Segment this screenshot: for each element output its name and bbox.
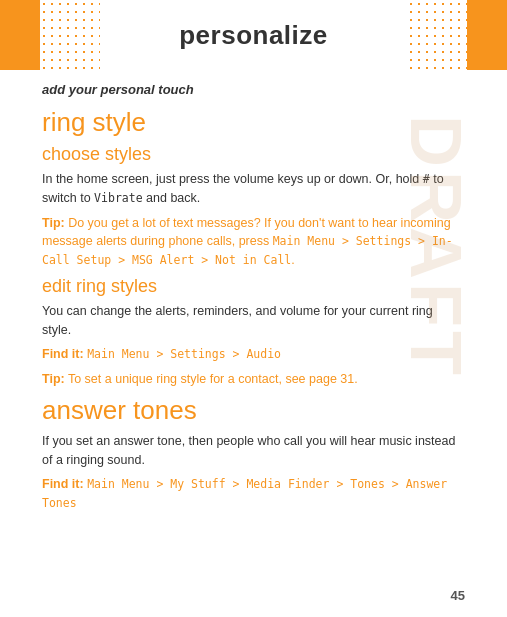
find-label-1: Find it: <box>42 347 84 361</box>
edit-ring-styles-heading: edit ring styles <box>42 276 465 297</box>
page: personalize DRAFT add your personal touc… <box>0 0 507 617</box>
answer-tones-body: If you set an answer tone, then people w… <box>42 432 465 470</box>
answer-tones-section: answer tones If you set an answer tone, … <box>42 395 465 513</box>
content-area: add your personal touch ring style choos… <box>0 70 507 531</box>
tip-label-2: Tip: <box>42 372 65 386</box>
page-subtitle: add your personal touch <box>42 82 465 97</box>
choose-styles-body: In the home screen, just press the volum… <box>42 170 465 208</box>
choose-styles-tip: Tip: Do you get a lot of text messages? … <box>42 214 465 270</box>
page-title: personalize <box>179 20 328 51</box>
answer-tones-heading: answer tones <box>42 395 465 426</box>
orange-block-left <box>0 0 40 70</box>
choose-styles-subsection: choose styles In the home screen, just p… <box>42 144 465 270</box>
vibrate-label: Vibrate <box>94 191 142 205</box>
find-label-2: Find it: <box>42 477 84 491</box>
hash-icon-inline: # <box>423 172 430 186</box>
ring-style-section: ring style choose styles In the home scr… <box>42 107 465 389</box>
tip-label-1: Tip: <box>42 216 65 230</box>
edit-ring-styles-tip: Tip: To set a unique ring style for a co… <box>42 370 465 389</box>
header: personalize <box>0 0 507 70</box>
edit-ring-styles-subsection: edit ring styles You can change the aler… <box>42 276 465 389</box>
edit-ring-styles-find: Find it: Main Menu > Settings > Audio <box>42 345 465 364</box>
orange-block-right <box>467 0 507 70</box>
ring-style-heading: ring style <box>42 107 465 138</box>
find-path-1: Main Menu > Settings > Audio <box>87 347 281 361</box>
page-number: 45 <box>451 588 465 603</box>
choose-styles-heading: choose styles <box>42 144 465 165</box>
answer-tones-find: Find it: Main Menu > My Stuff > Media Fi… <box>42 475 465 513</box>
edit-ring-styles-body: You can change the alerts, reminders, an… <box>42 302 465 340</box>
find-path-2: Main Menu > My Stuff > Media Finder > To… <box>42 477 447 510</box>
